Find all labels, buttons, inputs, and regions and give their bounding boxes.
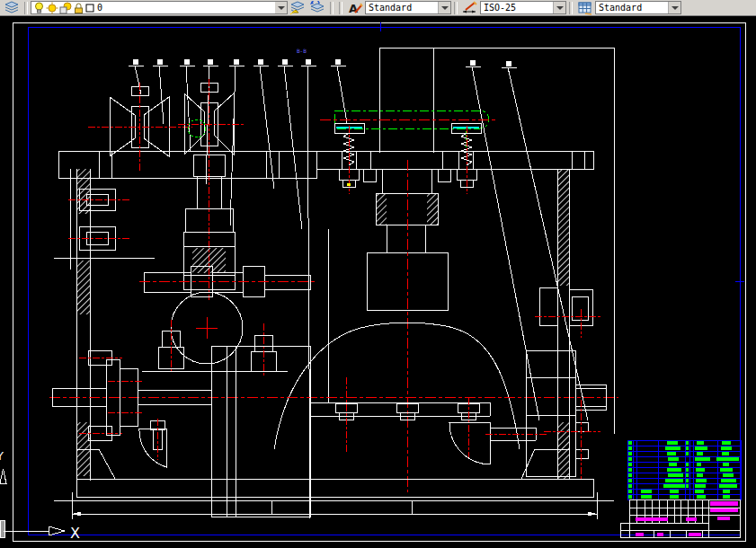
text-style-dropdown-arrow[interactable] <box>438 2 450 13</box>
layer-previous-button[interactable] <box>307 1 327 15</box>
green-phantom-plate <box>320 110 496 147</box>
table-style-value: Standard <box>596 3 668 13</box>
ucs-x-label: X <box>70 525 80 542</box>
machine-base <box>54 449 614 519</box>
ucs-y-arrow <box>0 469 6 483</box>
svg-text:A: A <box>349 2 358 15</box>
housing-top-plate <box>58 151 593 178</box>
ucs-origin-box <box>0 520 4 537</box>
toolbar-separator <box>339 2 342 14</box>
layers-stack-icon <box>4 1 19 15</box>
table-style-combo[interactable]: Standard <box>595 1 681 14</box>
section-label: B-B <box>297 48 307 54</box>
parts-list-text-bars <box>628 441 739 499</box>
toolbar-separator <box>24 2 28 14</box>
padlock-icon[interactable] <box>73 2 84 14</box>
title-block-text-bars <box>636 501 738 536</box>
layer-properties-button[interactable] <box>2 1 22 15</box>
chevron-down-icon <box>672 6 679 10</box>
model-space-canvas[interactable]: B-B <box>0 16 756 548</box>
corner-gusset <box>139 419 166 467</box>
text-style-value: Standard <box>366 3 438 13</box>
viewport-freeze-icon[interactable] <box>59 2 72 14</box>
ucs-icon: Y X <box>0 449 80 542</box>
grip-point <box>347 183 351 186</box>
gear-circle <box>171 292 243 364</box>
table-style-icon <box>577 1 593 15</box>
pulley-assembly-left <box>88 83 192 171</box>
ucs-y-label: Y <box>0 449 4 463</box>
upper-outline <box>379 48 614 434</box>
toolbar-separator <box>569 2 573 14</box>
layer-dropdown-arrow[interactable] <box>275 2 287 13</box>
dim-style-value: ISO-25 <box>481 3 553 13</box>
chevron-down-icon <box>278 6 285 10</box>
layer-state-icons <box>31 2 94 14</box>
text-style-combo[interactable]: Standard <box>365 1 451 14</box>
bell-housing-dome <box>274 323 547 464</box>
dim-style-dropdown-arrow[interactable] <box>553 2 565 13</box>
dimension-style-button[interactable] <box>460 1 480 15</box>
lower-shaft <box>49 359 618 435</box>
chevron-down-icon <box>441 6 449 10</box>
current-layer-name: 0 <box>94 3 275 13</box>
table-style-button[interactable] <box>575 1 595 15</box>
toolbar-separator <box>454 2 458 14</box>
toolbar: 0 A Standard <box>0 0 756 16</box>
detail-circle <box>188 119 206 137</box>
toolbar-separator <box>330 2 334 14</box>
sun-freeze-icon[interactable] <box>46 2 58 14</box>
dimension-style-icon <box>462 1 478 15</box>
dim-style-combo[interactable]: ISO-25 <box>480 1 566 14</box>
center-column <box>363 160 450 492</box>
layer-control-dropdown[interactable]: 0 <box>31 1 288 14</box>
title-block <box>620 499 740 537</box>
table-style-dropdown-arrow[interactable] <box>668 2 680 13</box>
layer-previous-icon <box>309 1 325 15</box>
lightbulb-icon[interactable] <box>33 2 45 14</box>
cad-drawing[interactable]: B-B <box>0 16 756 548</box>
upper-shaft <box>139 266 315 296</box>
chevron-down-icon <box>556 6 564 10</box>
make-object-layer-current-button[interactable] <box>288 1 307 15</box>
text-style-button[interactable]: A <box>345 1 365 15</box>
make-layer-current-icon <box>289 1 306 15</box>
text-style-icon: A <box>347 1 363 15</box>
parts-list-table <box>627 440 741 499</box>
layer-color-swatch[interactable] <box>85 4 94 13</box>
